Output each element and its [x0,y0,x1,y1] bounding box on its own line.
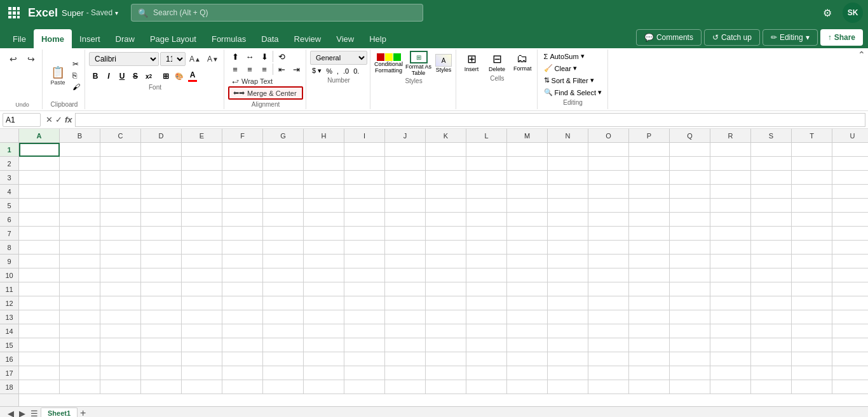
cell-D6[interactable] [141,213,182,227]
cell-L9[interactable] [466,255,507,268]
cell-T18[interactable] [792,380,832,394]
cell-P17[interactable] [629,366,670,380]
row-num-2[interactable]: 2 [0,157,18,171]
cell-R5[interactable] [710,199,751,213]
cell-D18[interactable] [141,380,182,394]
cell-G16[interactable] [263,352,304,366]
cell-G12[interactable] [263,296,304,310]
cell-I1[interactable] [344,143,385,157]
cell-I5[interactable] [344,199,385,213]
cell-S13[interactable] [751,310,792,324]
subscript-button[interactable]: x2 [142,70,155,83]
cell-A11[interactable] [19,282,60,296]
cell-F3[interactable] [222,171,263,185]
cell-M11[interactable] [507,282,548,296]
cell-S1[interactable] [751,143,792,157]
cell-O11[interactable] [588,282,629,296]
ribbon-collapse-button[interactable]: ⌃ [858,50,865,60]
row-num-9[interactable]: 9 [0,255,18,268]
prev-sheet-button[interactable]: ◀ [5,407,17,417]
cell-C2[interactable] [100,157,141,171]
cell-B18[interactable] [60,380,100,394]
cell-Q15[interactable] [670,338,710,352]
title-chevron-icon[interactable]: ▾ [115,10,118,17]
cell-E3[interactable] [182,171,222,185]
row-num-10[interactable]: 10 [0,268,18,282]
col-header-L[interactable]: L [466,129,507,142]
cell-F6[interactable] [222,213,263,227]
cell-H7[interactable] [304,227,344,241]
cell-G7[interactable] [263,227,304,241]
cell-S6[interactable] [751,213,792,227]
cell-R17[interactable] [710,366,751,380]
cell-N12[interactable] [548,296,588,310]
cell-P11[interactable] [629,282,670,296]
col-header-C[interactable]: C [100,129,141,142]
cell-J8[interactable] [385,241,426,255]
cell-U9[interactable] [832,255,868,268]
cell-D1[interactable] [141,143,182,157]
cell-Q17[interactable] [670,366,710,380]
cell-O13[interactable] [588,310,629,324]
cell-D15[interactable] [141,338,182,352]
cell-R4[interactable] [710,185,751,199]
cell-T14[interactable] [792,324,832,338]
cell-D2[interactable] [141,157,182,171]
cell-D12[interactable] [141,296,182,310]
cell-L12[interactable] [466,296,507,310]
cell-K2[interactable] [426,157,466,171]
confirm-formula-icon[interactable]: ✓ [55,115,62,124]
cell-M14[interactable] [507,324,548,338]
decrease-decimal-button[interactable]: 0. [351,67,361,76]
cell-name-box[interactable]: A1 [3,113,41,127]
cell-S14[interactable] [751,324,792,338]
row-num-6[interactable]: 6 [0,213,18,227]
cell-B8[interactable] [60,241,100,255]
cell-P15[interactable] [629,338,670,352]
cell-T4[interactable] [792,185,832,199]
cell-R16[interactable] [710,352,751,366]
cell-G13[interactable] [263,310,304,324]
cell-O8[interactable] [588,241,629,255]
cell-A1[interactable] [19,143,60,157]
cell-J2[interactable] [385,157,426,171]
cell-H6[interactable] [304,213,344,227]
percent-button[interactable]: % [324,67,334,76]
cell-J17[interactable] [385,366,426,380]
cell-G18[interactable] [263,380,304,394]
cell-I9[interactable] [344,255,385,268]
cell-U5[interactable] [832,199,868,213]
row-num-16[interactable]: 16 [0,352,18,366]
cell-B16[interactable] [60,352,100,366]
cell-J18[interactable] [385,380,426,394]
align-left-button[interactable]: ≡ [228,63,242,75]
cell-Q4[interactable] [670,185,710,199]
cell-H16[interactable] [304,352,344,366]
cell-M12[interactable] [507,296,548,310]
cell-F1[interactable] [222,143,263,157]
cell-K18[interactable] [426,380,466,394]
tab-file[interactable]: File [5,29,34,48]
cell-G11[interactable] [263,282,304,296]
col-header-M[interactable]: M [507,129,548,142]
cell-P14[interactable] [629,324,670,338]
cell-K4[interactable] [426,185,466,199]
cell-K1[interactable] [426,143,466,157]
tab-help[interactable]: Help [362,29,394,48]
cell-L6[interactable] [466,213,507,227]
cell-R11[interactable] [710,282,751,296]
cell-F2[interactable] [222,157,263,171]
cell-R1[interactable] [710,143,751,157]
cell-C17[interactable] [100,366,141,380]
cell-G1[interactable] [263,143,304,157]
row-num-4[interactable]: 4 [0,185,18,199]
cell-M9[interactable] [507,255,548,268]
cell-D17[interactable] [141,366,182,380]
cell-D13[interactable] [141,310,182,324]
cell-C3[interactable] [100,171,141,185]
cell-Q16[interactable] [670,352,710,366]
cell-O17[interactable] [588,366,629,380]
cell-G2[interactable] [263,157,304,171]
cell-I3[interactable] [344,171,385,185]
cell-O5[interactable] [588,199,629,213]
